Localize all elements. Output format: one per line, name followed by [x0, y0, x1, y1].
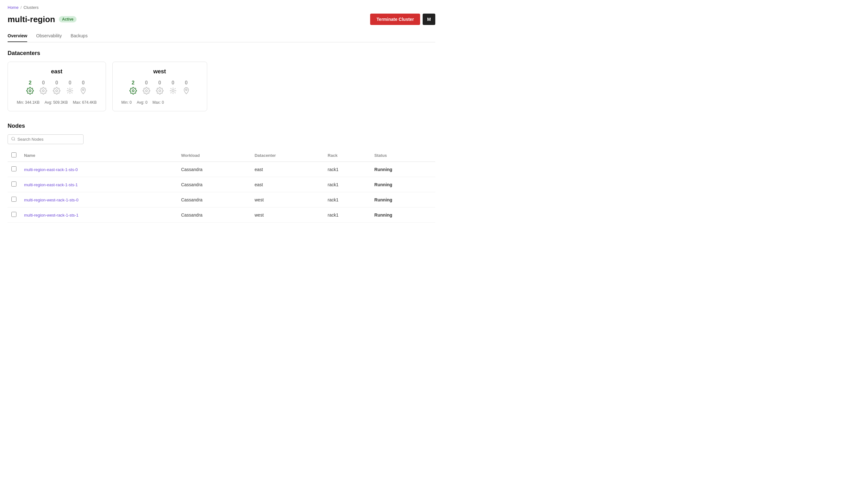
svg-point-0	[29, 90, 31, 92]
svg-point-7	[172, 90, 174, 92]
search-input[interactable]	[17, 137, 80, 142]
svg-point-8	[12, 137, 14, 140]
dc-west-count-3: 0	[172, 80, 174, 86]
header-left: multi-region Active	[8, 14, 77, 24]
table-row: multi-region-west-rack-1-sts-0 Cassandra…	[8, 192, 435, 207]
nodes-table-header: Name Workload Datacenter Rack Status	[8, 149, 435, 162]
status-badge: Active	[59, 16, 77, 23]
avatar-button[interactable]: M	[423, 14, 435, 25]
dc-east-count-4: 0	[82, 80, 85, 86]
svg-point-1	[42, 90, 44, 92]
node-status: Running	[371, 177, 435, 192]
dc-east-node-2: 0	[53, 80, 60, 97]
breadcrumb-home[interactable]: Home	[8, 5, 19, 10]
dc-west-node-2: 0	[156, 80, 164, 97]
dc-west-avg: Avg: 0	[137, 100, 147, 105]
dc-east-name: east	[17, 68, 97, 75]
tabs-nav: Overview Observability Backups	[8, 30, 435, 42]
node-datacenter: east	[251, 177, 324, 192]
search-wrap	[8, 134, 435, 144]
node-rack: rack1	[324, 192, 371, 207]
breadcrumb: Home / Clusters	[8, 5, 435, 10]
svg-point-4	[132, 90, 134, 92]
dc-west-count-2: 0	[158, 80, 161, 86]
tab-overview[interactable]: Overview	[8, 30, 27, 42]
dc-west-count-1: 0	[145, 80, 148, 86]
datacenters-section: Datacenters east 2	[8, 50, 435, 111]
dc-east-node-icon-3	[66, 87, 74, 97]
dc-west-stats: Min: 0 Avg: 0 Max: 0	[122, 100, 198, 105]
header-checkbox[interactable]	[11, 152, 16, 158]
node-workload: Cassandra	[177, 177, 251, 192]
datacenter-card-west: west 2 0	[112, 62, 207, 111]
tab-observability[interactable]: Observability	[36, 30, 62, 42]
dc-east-node-icon-4	[79, 87, 87, 97]
svg-point-3	[69, 90, 71, 92]
dc-west-node-icon-2	[156, 87, 164, 97]
svg-point-5	[146, 90, 147, 92]
dc-west-count-0: 2	[132, 80, 135, 86]
table-row: multi-region-east-rack-1-sts-1 Cassandra…	[8, 177, 435, 192]
dc-west-node-icon-1	[143, 87, 150, 97]
node-workload: Cassandra	[177, 207, 251, 223]
dc-east-nodes-row: 2 0	[17, 80, 97, 97]
row-checkbox[interactable]	[11, 212, 16, 217]
col-status: Status	[371, 149, 435, 162]
breadcrumb-clusters: Clusters	[23, 5, 39, 10]
dc-east-node-1: 0	[39, 80, 47, 97]
terminate-cluster-button[interactable]: Terminate Cluster	[370, 14, 420, 25]
node-name-link[interactable]: multi-region-east-rack-1-sts-1	[24, 182, 78, 187]
node-datacenter: east	[251, 162, 324, 177]
dc-west-gear-active-icon	[129, 87, 137, 97]
node-status: Running	[371, 192, 435, 207]
dc-east-node-4: 0	[79, 80, 87, 97]
nodes-title: Nodes	[8, 123, 435, 129]
dc-west-node-icon-4	[183, 87, 190, 97]
dc-west-node-1: 0	[143, 80, 150, 97]
search-input-wrap	[8, 134, 84, 144]
dc-east-count-2: 0	[55, 80, 58, 86]
tab-backups[interactable]: Backups	[71, 30, 88, 42]
dc-east-count-0: 2	[29, 80, 32, 86]
col-rack: Rack	[324, 149, 371, 162]
node-datacenter: west	[251, 192, 324, 207]
row-checkbox[interactable]	[11, 181, 16, 187]
dc-east-node-0: 2	[26, 80, 34, 97]
datacenter-card-east: east 2 0	[8, 62, 106, 111]
dc-east-stats: Min: 344.1KB Avg: 509.3KB Max: 674.4KB	[17, 100, 97, 105]
nodes-table: Name Workload Datacenter Rack Status mul…	[8, 149, 435, 223]
node-rack: rack1	[324, 177, 371, 192]
node-status: Running	[371, 162, 435, 177]
datacenters-row: east 2 0	[8, 62, 435, 111]
row-checkbox[interactable]	[11, 166, 16, 172]
svg-line-9	[14, 140, 15, 141]
breadcrumb-separator: /	[21, 5, 22, 10]
search-icon	[11, 137, 15, 142]
dc-west-node-3: 0	[169, 80, 177, 97]
node-rack: rack1	[324, 207, 371, 223]
dc-east-node-icon-1	[39, 87, 47, 97]
nodes-table-body: multi-region-east-rack-1-sts-0 Cassandra…	[8, 162, 435, 223]
header-actions: Terminate Cluster M	[370, 14, 435, 25]
node-datacenter: west	[251, 207, 324, 223]
dc-east-node-icon-2	[53, 87, 60, 97]
node-name-link[interactable]: multi-region-west-rack-1-sts-0	[24, 198, 78, 202]
node-name-link[interactable]: multi-region-east-rack-1-sts-0	[24, 167, 78, 172]
svg-point-6	[159, 90, 161, 92]
node-workload: Cassandra	[177, 162, 251, 177]
dc-east-gear-active-icon	[26, 87, 34, 97]
dc-west-node-icon-3	[169, 87, 177, 97]
node-name-link[interactable]: multi-region-west-rack-1-sts-1	[24, 213, 78, 217]
row-checkbox[interactable]	[11, 197, 16, 202]
dc-east-count-3: 0	[68, 80, 72, 86]
nodes-section: Nodes Name Workload	[8, 123, 435, 223]
node-rack: rack1	[324, 162, 371, 177]
table-row: multi-region-west-rack-1-sts-1 Cassandra…	[8, 207, 435, 223]
dc-west-node-0: 2	[129, 80, 137, 97]
svg-point-2	[56, 90, 58, 92]
datacenters-title: Datacenters	[8, 50, 435, 56]
table-row: multi-region-east-rack-1-sts-0 Cassandra…	[8, 162, 435, 177]
dc-west-node-4: 0	[183, 80, 190, 97]
dc-east-node-3: 0	[66, 80, 74, 97]
col-name: Name	[20, 149, 177, 162]
